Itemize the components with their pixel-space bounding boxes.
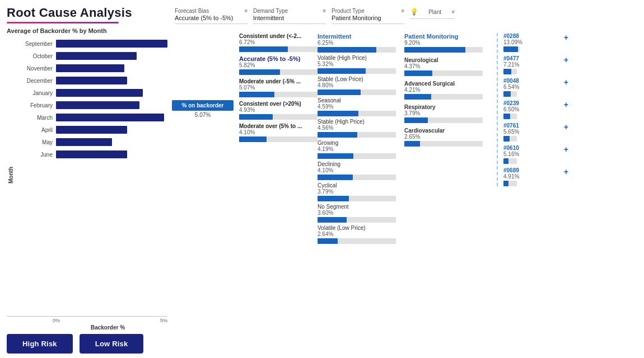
dt-pct: 3.79%	[318, 189, 404, 195]
high-risk-button[interactable]: High Risk	[7, 334, 73, 354]
plant-pct: 7.21%	[503, 62, 519, 68]
bar-label: April	[15, 127, 53, 133]
plant-node: #0239 6.50%	[503, 100, 519, 119]
plant-node-label: #0761	[503, 123, 519, 129]
filters-area: Forecast Bias × Accurate (5% to -5%) Dem…	[175, 6, 637, 24]
bar-label: May	[15, 139, 53, 145]
fc-node: Consistent over (>20%) 4.93%	[239, 101, 318, 120]
dt-node: Stable (Low Price) 4.80%	[318, 76, 404, 95]
fc-node: Consistent under (<-2... 6.72%	[239, 33, 318, 52]
dt-label: Seasonal	[318, 97, 404, 103]
dt-label: Declining	[318, 161, 404, 167]
filter-close-demand-type[interactable]: ×	[323, 8, 326, 14]
plant-row: #0610 5.16% +	[503, 145, 564, 164]
dt-bar-track	[318, 153, 396, 159]
dt-pct: 4.56%	[318, 125, 404, 131]
fc-label: Moderate under (-5% ...	[239, 78, 318, 84]
bar-row-september: September	[15, 37, 167, 50]
fc-node: Moderate under (-5% ... 5.07%	[239, 78, 318, 97]
y-axis-container: Month	[7, 37, 15, 313]
plant-bar-fill	[503, 91, 511, 97]
dt-bar-track	[318, 47, 396, 53]
plant-bar-fill	[503, 46, 518, 52]
y-axis-label: Month	[8, 167, 14, 183]
bar-track	[56, 150, 167, 158]
dt-label: Growing	[318, 140, 404, 146]
pt-bar-track	[404, 117, 483, 123]
plant-bar-track	[503, 181, 517, 186]
pt-pct: 3.79%	[404, 110, 497, 116]
bar-label: March	[15, 115, 53, 121]
bar-label: October	[15, 53, 53, 59]
dt-bar-track	[318, 111, 396, 116]
filter-close-forecast-bias[interactable]: ×	[244, 8, 248, 14]
dt-label: Intermittent	[318, 33, 404, 40]
x-axis-title: Backorder %	[7, 324, 167, 331]
bar-fill	[56, 101, 139, 109]
dt-node: Seasonal 4.59%	[318, 97, 404, 116]
bar-track	[56, 77, 167, 84]
expand-plus-button[interactable]: +	[564, 123, 568, 131]
plant-node-label: #0610	[503, 145, 519, 151]
page-title: Root Cause Analysis	[7, 6, 175, 20]
expand-plus-button[interactable]: +	[564, 33, 568, 42]
main-container: Root Cause Analysis Forecast Bias × Accu…	[0, 0, 644, 358]
filter-close-product-type[interactable]: ×	[401, 8, 404, 14]
plant-node: #0048 6.54%	[503, 78, 519, 97]
plant-node: #0477 7.21%	[503, 55, 519, 74]
low-risk-button[interactable]: Low Risk	[80, 334, 144, 354]
dt-bar-track	[318, 68, 396, 74]
expand-plus-button[interactable]: +	[564, 100, 568, 109]
dt-bar-fill	[318, 68, 366, 74]
axis-tick: 5%	[160, 318, 167, 323]
pt-node: Advanced Surgical 4.21%	[404, 81, 497, 100]
pt-bar-track	[404, 47, 483, 53]
bar-row-november: November	[15, 62, 167, 74]
dt-bar-fill	[318, 196, 349, 201]
bar-fill	[56, 89, 143, 97]
fc-bar-track	[239, 92, 318, 97]
plant-row: #0761 5.65% +	[503, 123, 564, 142]
fc-pct: 4.10%	[239, 129, 318, 135]
fc-bar-fill	[239, 46, 288, 52]
dt-bar-track	[318, 217, 396, 223]
fc-bar-track	[239, 69, 318, 75]
expand-plus-button[interactable]: +	[564, 78, 568, 87]
bar-track	[56, 40, 167, 48]
bar-label: November	[15, 65, 53, 72]
dt-bar-fill	[318, 132, 357, 138]
bar-fill	[56, 64, 124, 72]
dt-pct: 2.64%	[318, 231, 404, 237]
plant-pct: 13.09%	[503, 39, 522, 45]
bar-row-june: June	[15, 148, 167, 161]
bar-label: January	[15, 90, 53, 96]
expand-plus-button[interactable]: +	[564, 167, 568, 176]
bar-row-january: January	[15, 87, 167, 99]
plant-pct: 5.65%	[503, 129, 519, 135]
fc-bar-fill	[239, 92, 274, 97]
bar-track	[56, 126, 167, 134]
fc-bar-track	[239, 114, 318, 120]
plant-row: #0239 6.50% +	[503, 100, 564, 119]
bar-fill	[56, 52, 137, 60]
bar-row-february: February	[15, 99, 167, 111]
filter-chip-forecast-bias: Forecast Bias × Accurate (5% to -5%)	[175, 8, 248, 24]
bar-label: December	[15, 78, 53, 84]
dt-pct: 5.32%	[318, 61, 404, 67]
plant-bar-fill	[503, 69, 511, 74]
expand-plus-button[interactable]: +	[564, 145, 568, 154]
dt-pct: 4.10%	[318, 167, 404, 173]
bar-fill	[56, 114, 164, 121]
plant-node-label: #0288	[503, 33, 522, 39]
dt-label: Stable (Low Price)	[318, 76, 404, 82]
dt-node: Intermittent 6.25%	[318, 33, 404, 53]
dt-bar-track	[318, 132, 396, 138]
plant-bar-track	[503, 136, 517, 142]
expand-plus-button[interactable]: +	[564, 55, 568, 64]
plant-label-row: 💡 Plant ×	[410, 8, 455, 16]
plant-node-label: #0689	[503, 167, 519, 173]
filter-close-plant[interactable]: ×	[451, 9, 455, 15]
fc-pct: 5.07%	[239, 84, 318, 91]
filter-value-demand-type: Intermittent	[253, 15, 326, 21]
pt-bar-track	[404, 94, 483, 100]
